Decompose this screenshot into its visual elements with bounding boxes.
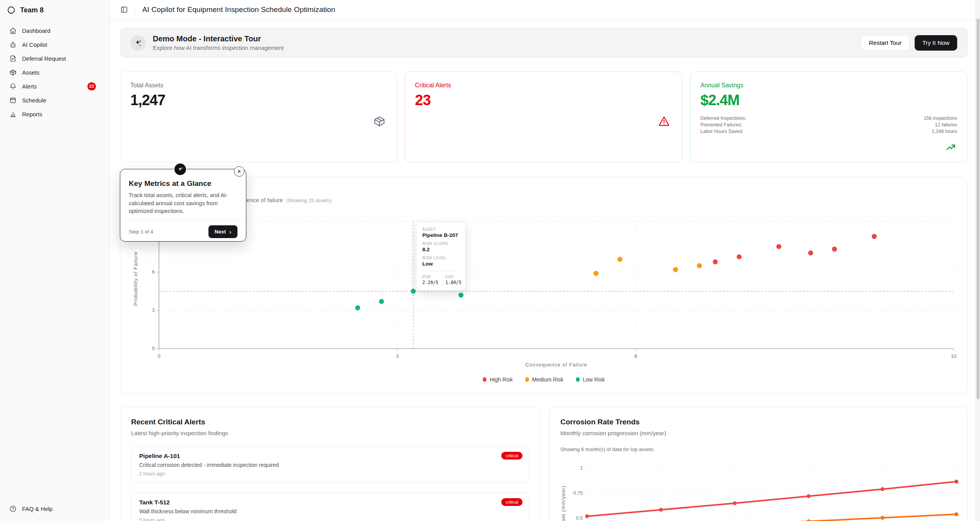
medium-risk-dot-icon [525,377,529,382]
scatter-point[interactable] [832,247,837,252]
scatter-point[interactable] [697,263,702,268]
corrosion-line-chart[interactable]: 10.750.5Rate (mm/year) [550,455,968,521]
svg-text:6: 6 [152,269,155,275]
demo-banner: Demo Mode - Interactive Tour Explore how… [120,28,968,58]
scatter-point[interactable] [713,259,718,264]
sidebar-item-label: Alerts [22,83,37,90]
alert-asset-name: Pipeline A-101 [139,453,521,460]
scatter-point[interactable] [594,271,599,276]
sidebar-toggle-icon[interactable] [120,6,128,14]
metric-value: $2.4M [700,92,957,109]
sidebar-item-alerts[interactable]: Alerts 23 [0,79,109,93]
banner-title: Demo Mode - Interactive Tour [153,34,284,43]
alerts-card-title: Recent Critical Alerts [131,418,529,426]
sidebar-item-label: Schedule [22,97,46,104]
package-icon [9,69,17,76]
total-assets-card: Total Assets 1,247 [120,72,398,162]
metric-value: 23 [415,92,672,109]
package-icon [373,115,386,129]
legend-item-high-risk: High Risk [483,376,513,383]
restart-tour-button[interactable]: Restart Tour [861,35,910,51]
svg-text:10: 10 [951,353,956,359]
page-title: AI Copilot for Equipment Inspection Sche… [142,5,335,14]
svg-text:0: 0 [152,346,155,351]
scatter-point[interactable] [355,305,360,310]
scatter-tooltip: ASSET Pipeline B-207 RISK SCORE 8.2 RISK… [416,222,466,291]
sidebar-item-dashboard[interactable]: Dashboard [0,24,109,37]
page-scrollbar [975,0,980,521]
alert-timestamp: 5 hours ago [139,518,521,521]
scatter-point[interactable] [458,293,463,298]
recent-critical-alerts-card: Recent Critical Alerts Latest high-prior… [120,407,540,521]
scatter-point[interactable] [617,257,622,262]
alert-list-item[interactable]: Pipeline A-101 Critical corrosion detect… [131,446,529,483]
team-header: Team 8 [0,0,109,18]
clipboard-check-icon [9,55,17,62]
alerts-count-badge: 23 [87,82,96,90]
svg-text:Rate (mm/year): Rate (mm/year) [560,485,566,521]
line-point[interactable] [954,480,958,484]
annual-savings-card: Annual Savings $2.4M Deferred Inspection… [690,72,968,162]
risk-legend: High Risk Medium Risk Low Risk [120,376,967,383]
sidebar-item-deferral-request[interactable]: Deferral Request [0,51,109,65]
corrosion-trends-card: Corrosion Rate Trends Monthly corrosion … [549,407,968,521]
tooltip-pof-value: 2.20/5 [422,280,439,285]
corrosion-card-note: Showing 6 month(s) of data for top asset… [560,446,956,452]
alert-description: Wall thickness below minimum threshold [139,508,521,514]
tooltip-asset-value: Pipeline B-207 [422,232,459,238]
svg-text:0.5: 0.5 [576,516,583,521]
scatter-point[interactable] [411,289,416,294]
sidebar-item-assets[interactable]: Assets [0,65,109,79]
line-point[interactable] [807,494,811,498]
close-icon[interactable]: ✕ [234,166,244,177]
svg-text:1: 1 [580,465,583,471]
bell-icon [9,83,17,90]
alert-timestamp: 2 hours ago [139,471,521,477]
savings-row-value: 1,248 hours [932,128,957,135]
tour-next-button[interactable]: Next› [208,225,237,238]
svg-text:Consequence of Failure: Consequence of Failure [525,362,587,368]
savings-row-value: 156 inspections [924,115,957,122]
home-icon [9,27,17,34]
savings-row-label: Labor Hours Saved: [700,128,743,135]
line-point[interactable] [954,512,958,516]
line-point[interactable] [733,501,737,505]
team-name: Team 8 [20,6,44,14]
header-divider [135,6,135,13]
help-circle-icon [9,505,17,512]
sidebar-item-schedule[interactable]: Schedule [0,93,109,107]
sidebar-nav: Dashboard AI Copilot Deferral Request As… [0,24,109,121]
scatter-point[interactable] [673,267,678,272]
risk-scatter-plot[interactable]: 03610036Consequence of FailureProbabilit… [120,177,968,393]
scatter-point[interactable] [808,250,813,255]
sidebar-item-label: FAQ & Help [22,506,53,512]
scatter-point[interactable] [379,299,384,304]
team-logo-icon [7,6,15,14]
line-point[interactable] [585,514,589,518]
scatter-point[interactable] [776,244,781,249]
tour-title: Key Metrics at a Glance [129,179,237,188]
alert-asset-name: Tank T-512 [139,499,521,506]
line-point[interactable] [881,487,884,491]
scatter-point[interactable] [737,254,742,259]
sidebar-item-reports[interactable]: Reports [0,107,109,121]
trending-up-icon [946,142,956,154]
legend-item-low-risk: Low Risk [576,376,605,383]
line-point[interactable] [881,516,884,520]
high-risk-dot-icon [483,377,487,382]
line-point[interactable] [659,508,663,512]
low-risk-dot-icon [576,377,580,382]
try-it-now-button[interactable]: Try It Now [915,35,957,51]
sidebar-item-ai-copilot[interactable]: AI Copilot [0,37,109,51]
alert-triangle-icon [658,115,670,129]
critical-badge: critical [501,452,522,460]
tour-step-indicator: Step 1 of 4 [129,229,153,235]
line-point[interactable] [807,519,811,521]
alert-list-item[interactable]: Tank T-512 Wall thickness below minimum … [131,493,529,521]
critical-alerts-card: Critical Alerts 23 [405,72,682,162]
savings-row-label: Prevented Failures: [700,122,742,128]
sidebar-item-label: Assets [22,69,39,76]
scatter-point[interactable] [872,234,877,239]
scrollbar-thumb[interactable] [977,19,980,399]
sidebar-item-faq-help[interactable]: FAQ & Help [0,502,109,516]
